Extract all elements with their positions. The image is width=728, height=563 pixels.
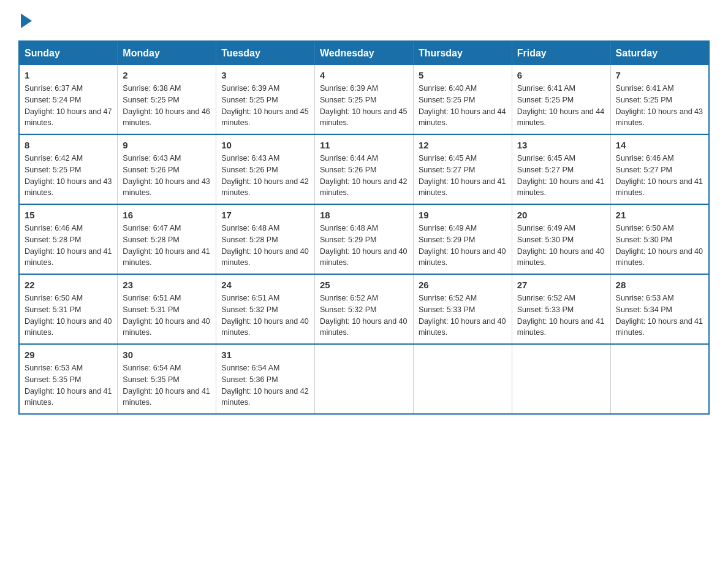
calendar-day-cell: 31 Sunrise: 6:54 AM Sunset: 5:36 PM Dayl… (216, 344, 315, 414)
day-info: Sunrise: 6:52 AM Sunset: 5:32 PM Dayligh… (320, 293, 408, 339)
day-info: Sunrise: 6:53 AM Sunset: 5:34 PM Dayligh… (616, 293, 703, 339)
day-number: 12 (419, 140, 507, 150)
day-number: 1 (25, 70, 112, 80)
day-info: Sunrise: 6:49 AM Sunset: 5:29 PM Dayligh… (419, 223, 507, 269)
day-number: 6 (517, 70, 605, 80)
day-info: Sunrise: 6:51 AM Sunset: 5:31 PM Dayligh… (123, 293, 211, 339)
day-number: 7 (616, 70, 703, 80)
day-number: 17 (221, 210, 309, 220)
day-info: Sunrise: 6:40 AM Sunset: 5:25 PM Dayligh… (419, 83, 507, 129)
day-number: 31 (221, 350, 309, 360)
empty-cell (413, 344, 512, 414)
calendar-day-cell: 1 Sunrise: 6:37 AM Sunset: 5:24 PM Dayli… (19, 65, 118, 134)
day-number: 30 (123, 350, 211, 360)
day-number: 3 (221, 70, 309, 80)
header-wednesday: Wednesday (315, 41, 414, 65)
calendar-day-cell: 11 Sunrise: 6:44 AM Sunset: 5:26 PM Dayl… (315, 134, 414, 204)
day-number: 25 (320, 280, 408, 290)
calendar-day-cell: 15 Sunrise: 6:46 AM Sunset: 5:28 PM Dayl… (19, 204, 118, 274)
day-number: 5 (419, 70, 507, 80)
day-number: 29 (25, 350, 112, 360)
calendar-table: SundayMondayTuesdayWednesdayThursdayFrid… (18, 40, 710, 415)
day-number: 20 (517, 210, 605, 220)
day-info: Sunrise: 6:54 AM Sunset: 5:35 PM Dayligh… (123, 362, 211, 408)
day-info: Sunrise: 6:39 AM Sunset: 5:25 PM Dayligh… (221, 83, 309, 129)
calendar-week-row: 8 Sunrise: 6:42 AM Sunset: 5:25 PM Dayli… (19, 134, 709, 204)
calendar-day-cell: 17 Sunrise: 6:48 AM Sunset: 5:28 PM Dayl… (216, 204, 315, 274)
day-info: Sunrise: 6:50 AM Sunset: 5:30 PM Dayligh… (616, 223, 703, 269)
day-number: 8 (25, 140, 112, 150)
calendar-day-cell: 7 Sunrise: 6:41 AM Sunset: 5:25 PM Dayli… (610, 65, 709, 134)
calendar-day-cell: 18 Sunrise: 6:48 AM Sunset: 5:29 PM Dayl… (315, 204, 414, 274)
header-friday: Friday (512, 41, 610, 65)
calendar-day-cell: 3 Sunrise: 6:39 AM Sunset: 5:25 PM Dayli… (216, 65, 315, 134)
day-info: Sunrise: 6:37 AM Sunset: 5:24 PM Dayligh… (25, 83, 112, 129)
calendar-day-cell: 28 Sunrise: 6:53 AM Sunset: 5:34 PM Dayl… (610, 274, 709, 344)
day-number: 28 (616, 280, 703, 290)
calendar-header-row: SundayMondayTuesdayWednesdayThursdayFrid… (19, 41, 709, 65)
calendar-day-cell: 23 Sunrise: 6:51 AM Sunset: 5:31 PM Dayl… (118, 274, 216, 344)
calendar-week-row: 22 Sunrise: 6:50 AM Sunset: 5:31 PM Dayl… (19, 274, 709, 344)
day-info: Sunrise: 6:53 AM Sunset: 5:35 PM Dayligh… (25, 362, 112, 408)
day-info: Sunrise: 6:52 AM Sunset: 5:33 PM Dayligh… (517, 293, 605, 339)
empty-cell (512, 344, 610, 414)
day-info: Sunrise: 6:44 AM Sunset: 5:26 PM Dayligh… (320, 153, 408, 199)
logo (18, 12, 32, 28)
day-number: 23 (123, 280, 211, 290)
day-info: Sunrise: 6:52 AM Sunset: 5:33 PM Dayligh… (419, 293, 507, 339)
page-header (18, 12, 710, 28)
calendar-day-cell: 26 Sunrise: 6:52 AM Sunset: 5:33 PM Dayl… (413, 274, 512, 344)
day-info: Sunrise: 6:54 AM Sunset: 5:36 PM Dayligh… (221, 362, 309, 408)
day-info: Sunrise: 6:39 AM Sunset: 5:25 PM Dayligh… (320, 83, 408, 129)
day-info: Sunrise: 6:47 AM Sunset: 5:28 PM Dayligh… (123, 223, 211, 269)
day-number: 21 (616, 210, 703, 220)
day-number: 13 (517, 140, 605, 150)
day-number: 18 (320, 210, 408, 220)
calendar-day-cell: 10 Sunrise: 6:43 AM Sunset: 5:26 PM Dayl… (216, 134, 315, 204)
day-info: Sunrise: 6:46 AM Sunset: 5:28 PM Dayligh… (25, 223, 112, 269)
calendar-day-cell: 25 Sunrise: 6:52 AM Sunset: 5:32 PM Dayl… (315, 274, 414, 344)
calendar-day-cell: 9 Sunrise: 6:43 AM Sunset: 5:26 PM Dayli… (118, 134, 216, 204)
day-info: Sunrise: 6:41 AM Sunset: 5:25 PM Dayligh… (517, 83, 605, 129)
day-info: Sunrise: 6:38 AM Sunset: 5:25 PM Dayligh… (123, 83, 211, 129)
day-number: 4 (320, 70, 408, 80)
day-info: Sunrise: 6:43 AM Sunset: 5:26 PM Dayligh… (123, 153, 211, 199)
header-tuesday: Tuesday (216, 41, 315, 65)
day-info: Sunrise: 6:46 AM Sunset: 5:27 PM Dayligh… (616, 153, 703, 199)
calendar-day-cell: 27 Sunrise: 6:52 AM Sunset: 5:33 PM Dayl… (512, 274, 610, 344)
day-info: Sunrise: 6:49 AM Sunset: 5:30 PM Dayligh… (517, 223, 605, 269)
calendar-day-cell: 6 Sunrise: 6:41 AM Sunset: 5:25 PM Dayli… (512, 65, 610, 134)
day-number: 24 (221, 280, 309, 290)
calendar-day-cell: 16 Sunrise: 6:47 AM Sunset: 5:28 PM Dayl… (118, 204, 216, 274)
calendar-week-row: 15 Sunrise: 6:46 AM Sunset: 5:28 PM Dayl… (19, 204, 709, 274)
day-info: Sunrise: 6:48 AM Sunset: 5:29 PM Dayligh… (320, 223, 408, 269)
calendar-day-cell: 13 Sunrise: 6:45 AM Sunset: 5:27 PM Dayl… (512, 134, 610, 204)
header-thursday: Thursday (413, 41, 512, 65)
logo-arrow-icon (21, 13, 32, 28)
day-number: 19 (419, 210, 507, 220)
header-monday: Monday (118, 41, 216, 65)
empty-cell (610, 344, 709, 414)
calendar-day-cell: 20 Sunrise: 6:49 AM Sunset: 5:30 PM Dayl… (512, 204, 610, 274)
day-number: 2 (123, 70, 211, 80)
calendar-day-cell: 4 Sunrise: 6:39 AM Sunset: 5:25 PM Dayli… (315, 65, 414, 134)
day-info: Sunrise: 6:43 AM Sunset: 5:26 PM Dayligh… (221, 153, 309, 199)
day-number: 15 (25, 210, 112, 220)
day-number: 10 (221, 140, 309, 150)
calendar-day-cell: 5 Sunrise: 6:40 AM Sunset: 5:25 PM Dayli… (413, 65, 512, 134)
calendar-week-row: 29 Sunrise: 6:53 AM Sunset: 5:35 PM Dayl… (19, 344, 709, 414)
calendar-day-cell: 29 Sunrise: 6:53 AM Sunset: 5:35 PM Dayl… (19, 344, 118, 414)
day-info: Sunrise: 6:42 AM Sunset: 5:25 PM Dayligh… (25, 153, 112, 199)
calendar-day-cell: 22 Sunrise: 6:50 AM Sunset: 5:31 PM Dayl… (19, 274, 118, 344)
day-info: Sunrise: 6:50 AM Sunset: 5:31 PM Dayligh… (25, 293, 112, 339)
header-saturday: Saturday (610, 41, 709, 65)
day-info: Sunrise: 6:45 AM Sunset: 5:27 PM Dayligh… (419, 153, 507, 199)
calendar-day-cell: 14 Sunrise: 6:46 AM Sunset: 5:27 PM Dayl… (610, 134, 709, 204)
day-info: Sunrise: 6:41 AM Sunset: 5:25 PM Dayligh… (616, 83, 703, 129)
header-sunday: Sunday (19, 41, 118, 65)
calendar-week-row: 1 Sunrise: 6:37 AM Sunset: 5:24 PM Dayli… (19, 65, 709, 134)
calendar-day-cell: 21 Sunrise: 6:50 AM Sunset: 5:30 PM Dayl… (610, 204, 709, 274)
calendar-day-cell: 8 Sunrise: 6:42 AM Sunset: 5:25 PM Dayli… (19, 134, 118, 204)
day-number: 11 (320, 140, 408, 150)
calendar-day-cell: 12 Sunrise: 6:45 AM Sunset: 5:27 PM Dayl… (413, 134, 512, 204)
